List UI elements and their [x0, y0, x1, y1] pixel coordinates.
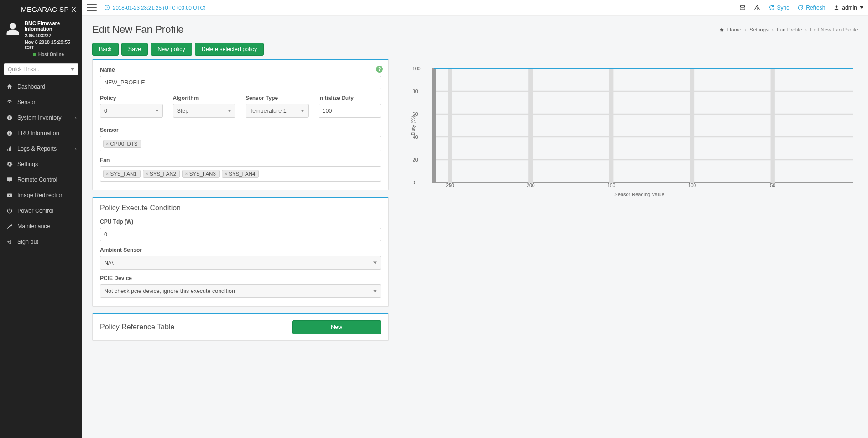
tag[interactable]: ×SYS_FAN4: [222, 170, 259, 178]
refresh-button[interactable]: Refresh: [797, 5, 825, 11]
sidebar-item-maintenance[interactable]: Maintenance: [0, 219, 82, 234]
breadcrumb-fan-profile[interactable]: Fan Profile: [777, 27, 802, 32]
chevron-down-icon: [860, 6, 863, 9]
init-duty-input[interactable]: [319, 104, 382, 118]
algorithm-select[interactable]: Step: [173, 104, 236, 118]
chart: Duty (%) 020406080100 25020015010050 Sen…: [400, 59, 858, 202]
nav-label: Logs & Reports: [17, 146, 57, 152]
bmc-firmware-link[interactable]: BMC Firmware Information: [25, 21, 77, 31]
topbar: 2018-01-23 23:21:25 (UTC+00:00 UTC) Sync…: [82, 0, 868, 16]
sidebar-item-sensor[interactable]: Sensor: [0, 94, 82, 110]
policy-execute-panel: Policy Execute Condition CPU Tdp (W) Amb…: [92, 197, 389, 307]
cpu-tdp-input[interactable]: [100, 228, 381, 241]
fan-tagbox[interactable]: ×SYS_FAN1×SYS_FAN2×SYS_FAN3×SYS_FAN4: [100, 166, 381, 182]
brand: MEGARAC SP-X: [0, 0, 82, 17]
wrench-icon: [6, 223, 13, 229]
tag[interactable]: ×SYS_FAN2: [143, 170, 180, 178]
init-duty-label: Initialize Duty: [319, 95, 382, 101]
nav-label: System Inventory: [17, 115, 62, 121]
nav-label: Settings: [17, 161, 38, 167]
fw-version: 2.65.103227: [25, 33, 77, 38]
sync-button[interactable]: Sync: [769, 5, 790, 11]
svg-rect-5: [9, 133, 10, 135]
svg-rect-8: [9, 148, 10, 151]
save-button[interactable]: Save: [121, 43, 148, 56]
name-label: Name: [100, 67, 381, 73]
ambient-label: Ambient Sensor: [100, 247, 381, 253]
fw-build-date: Nov 8 2018 15:29:55 CST: [25, 39, 77, 50]
breadcrumb-home[interactable]: Home: [727, 27, 742, 32]
sidebar-item-power[interactable]: Power Control: [0, 203, 82, 219]
back-button[interactable]: Back: [92, 43, 119, 56]
monitor-icon: [6, 177, 13, 183]
remove-tag-icon[interactable]: ×: [106, 141, 109, 146]
content: Edit New Fan Profile Home› Settings› Fan…: [82, 16, 868, 438]
chart-y-tick: 0: [413, 180, 415, 185]
policy-select[interactable]: 0: [100, 104, 163, 118]
breadcrumb-current: Edit New Fan Profile: [810, 27, 858, 32]
pcie-label: PCIE Device: [100, 275, 381, 282]
quick-links-placeholder: Quick Links..: [8, 66, 39, 73]
name-input[interactable]: [100, 76, 381, 89]
sensor-type-select[interactable]: Temperature 1: [246, 104, 309, 118]
policy-label: Policy: [100, 95, 163, 101]
sidebar-item-settings[interactable]: Settings: [0, 156, 82, 172]
avatar-icon: [5, 21, 21, 37]
ambient-select[interactable]: N/A: [100, 256, 381, 270]
algorithm-value: Step: [173, 104, 236, 118]
mail-icon[interactable]: [739, 5, 746, 11]
chart-x-tick: 200: [527, 182, 535, 188]
sidebar-item-signout[interactable]: Sign out: [0, 234, 82, 250]
remove-tag-icon[interactable]: ×: [146, 171, 148, 177]
algorithm-label: Algorithm: [173, 95, 236, 101]
sensor-tagbox[interactable]: ×CPU0_DTS: [100, 136, 381, 151]
admin-menu[interactable]: admin: [833, 5, 863, 11]
breadcrumb: Home› Settings› Fan Profile› Edit New Fa…: [719, 27, 858, 32]
menu-toggle-button[interactable]: [87, 4, 97, 11]
breadcrumb-settings[interactable]: Settings: [749, 27, 769, 32]
new-policy-button[interactable]: New policy: [151, 43, 192, 56]
page-title: Edit New Fan Profile: [92, 24, 184, 36]
svg-rect-3: [9, 116, 10, 117]
chart-y-tick: 80: [413, 89, 418, 94]
sidebar-item-image[interactable]: Image Redirection: [0, 188, 82, 203]
nav-label: Sign out: [17, 239, 38, 245]
svg-rect-2: [9, 117, 10, 119]
remove-tag-icon[interactable]: ×: [225, 171, 227, 177]
ambient-value: N/A: [100, 256, 381, 270]
delete-policy-button[interactable]: Delete selected policy: [195, 43, 264, 56]
quick-links-dropdown[interactable]: Quick Links..: [4, 63, 78, 75]
sidebar-item-fru[interactable]: FRU Information: [0, 125, 82, 141]
warning-icon[interactable]: [754, 5, 760, 11]
clock: 2018-01-23 23:21:25 (UTC+00:00 UTC): [104, 5, 206, 10]
refresh-label: Refresh: [806, 5, 825, 11]
sidebar-item-remote[interactable]: Remote Control: [0, 172, 82, 188]
svg-rect-6: [9, 132, 10, 132]
new-button[interactable]: New: [292, 320, 381, 334]
host-status-text: Host Online: [38, 52, 64, 57]
help-icon[interactable]: ?: [376, 66, 383, 73]
svg-point-13: [9, 195, 10, 196]
nav-label: Maintenance: [17, 223, 50, 229]
chart-x-label: Sensor Reading Value: [425, 192, 853, 197]
chart-y-tick: 100: [413, 66, 421, 71]
tag[interactable]: ×SYS_FAN1: [103, 170, 141, 178]
timestamp: 2018-01-23 23:21:25 (UTC+00:00 UTC): [113, 5, 206, 10]
chart-y-tick: 20: [413, 157, 418, 162]
tag[interactable]: ×CPU0_DTS: [103, 140, 141, 148]
svg-rect-11: [9, 182, 10, 182]
profile-form-panel: ? Name Policy 0 Algorithm Step: [92, 59, 389, 190]
chart-y-tick: 60: [413, 111, 418, 117]
sidebar-item-dashboard[interactable]: Dashboard: [0, 79, 82, 94]
sidebar-item-logs[interactable]: Logs & Reports ›: [0, 141, 82, 156]
status-dot-icon: [33, 53, 36, 56]
disk-icon: [6, 192, 13, 198]
sidebar-item-system-inventory[interactable]: System Inventory ›: [0, 110, 82, 125]
info-icon: [6, 130, 13, 136]
pcie-select[interactable]: Not check pcie device, ignore this execu…: [100, 284, 381, 298]
nav-label: Remote Control: [17, 177, 58, 183]
remove-tag-icon[interactable]: ×: [185, 171, 188, 177]
tag[interactable]: ×SYS_FAN3: [182, 170, 220, 178]
pcie-value: Not check pcie device, ignore this execu…: [100, 284, 381, 298]
remove-tag-icon[interactable]: ×: [106, 171, 109, 177]
